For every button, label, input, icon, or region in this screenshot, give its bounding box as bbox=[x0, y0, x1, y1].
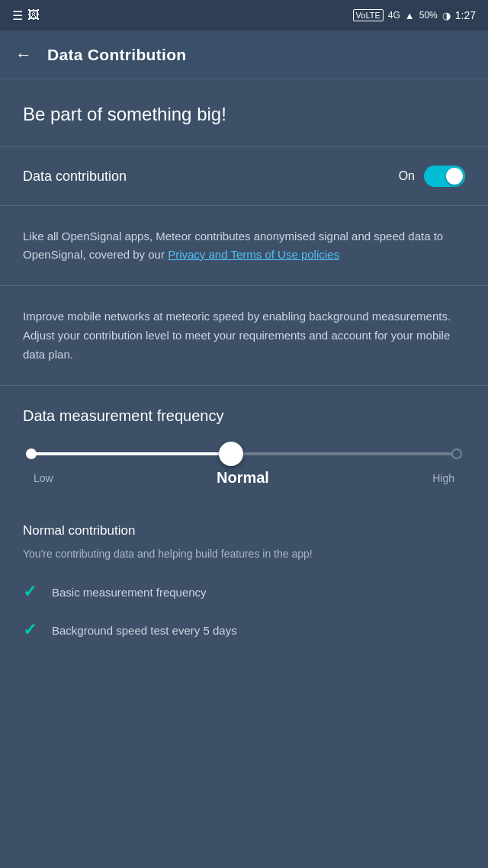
toggle-controls: On bbox=[399, 166, 465, 187]
frequency-section: Data measurement frequency Low Normal Hi… bbox=[0, 386, 488, 502]
image-icon: 🖼 bbox=[27, 8, 40, 22]
feature-item-2: ✓ Background speed test every 5 days bbox=[23, 620, 465, 640]
hero-section: Be part of something big! bbox=[0, 79, 488, 147]
contribution-title: Normal contribution bbox=[23, 523, 465, 538]
hero-title: Be part of something big! bbox=[23, 104, 226, 124]
feature-item-1: ✓ Basic measurement frequency bbox=[23, 582, 465, 602]
battery-half-icon: ◑ bbox=[442, 10, 451, 21]
toggle-status-text: On bbox=[399, 169, 415, 183]
improve-section: Improve mobile networks at meteoric spee… bbox=[0, 286, 488, 386]
slider-label-high: High bbox=[432, 472, 454, 484]
slider-track bbox=[30, 452, 458, 455]
top-bar: ← Data Contribution bbox=[0, 31, 488, 79]
slider-label-low: Low bbox=[34, 472, 53, 484]
improve-text: Improve mobile networks at meteoric spee… bbox=[23, 307, 465, 364]
frequency-slider-container: Low Normal High bbox=[23, 452, 465, 487]
toggle-label: Data contribution bbox=[23, 169, 127, 185]
checkmark-icon-1: ✓ bbox=[23, 582, 37, 602]
frequency-title: Data measurement frequency bbox=[23, 407, 465, 425]
battery-icon: 50% bbox=[419, 10, 438, 21]
status-bar-right: VoLTE 4G ▲ 50% ◑ 1:27 bbox=[353, 9, 476, 21]
slider-label-normal: Normal bbox=[217, 469, 269, 487]
description-section: Like all OpenSignal apps, Meteor contrib… bbox=[0, 206, 488, 286]
slider-fill bbox=[30, 452, 231, 455]
slider-labels: Low Normal High bbox=[30, 469, 458, 487]
time-display: 1:27 bbox=[455, 9, 476, 21]
slider-thumb-low bbox=[26, 448, 37, 459]
status-bar-left: ☰ 🖼 bbox=[12, 8, 40, 23]
signal-bars-icon: ▲ bbox=[405, 10, 415, 21]
feature-text-1: Basic measurement frequency bbox=[52, 586, 207, 599]
description-text: Like all OpenSignal apps, Meteor contrib… bbox=[23, 227, 465, 264]
slider-thumb-main[interactable] bbox=[219, 442, 243, 466]
slider-thumb-high bbox=[451, 448, 462, 459]
privacy-link[interactable]: Privacy and Terms of Use policies bbox=[168, 248, 339, 261]
back-button[interactable]: ← bbox=[15, 45, 32, 65]
checkmark-icon-2: ✓ bbox=[23, 620, 37, 640]
toggle-row: Data contribution On bbox=[0, 147, 488, 206]
volte-label: VoLTE bbox=[353, 9, 384, 21]
data-contribution-toggle[interactable] bbox=[424, 166, 465, 187]
contribution-subtitle: You're contributing data and helping bui… bbox=[23, 546, 465, 562]
contribution-section: Normal contribution You're contributing … bbox=[0, 502, 488, 680]
signal-4g-icon: 4G bbox=[388, 10, 400, 21]
status-bar: ☰ 🖼 VoLTE 4G ▲ 50% ◑ 1:27 bbox=[0, 0, 488, 31]
feature-text-2: Background speed test every 5 days bbox=[52, 624, 237, 637]
page-title: Data Contribution bbox=[47, 46, 186, 64]
menu-icon: ☰ bbox=[12, 8, 23, 23]
